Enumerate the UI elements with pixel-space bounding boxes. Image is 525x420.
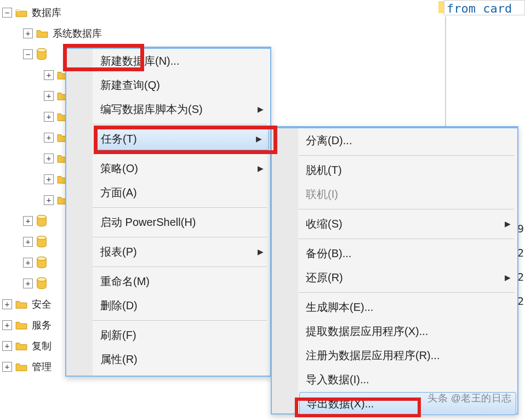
expand-icon[interactable]: + [44,133,54,143]
submenu-arrow-icon: ▶ [258,164,264,173]
tree-node-replication[interactable]: 复制 [32,339,54,353]
folder-icon [15,299,27,309]
submenu-take-offline[interactable]: 脱机(T) [298,158,517,182]
submenu-export-data[interactable]: 导出数据(X)... [299,392,516,415]
expand-icon[interactable]: + [23,29,33,38]
folder-icon [15,341,27,351]
editor-divider [445,16,446,126]
tree-node-databases[interactable]: 数据库 [32,6,61,19]
svg-point-3 [37,215,47,218]
database-icon [36,48,47,60]
expand-icon[interactable]: + [23,279,33,288]
submenu-bring-online: 联机(I) [298,182,517,206]
submenu-backup[interactable]: 备份(B)... [298,241,517,265]
menu-policies[interactable]: 策略(O)▶ [93,156,270,180]
submenu-arrow-icon: ▶ [505,273,511,282]
submenu-detach[interactable]: 分离(D)... [298,128,517,152]
menu-start-powershell[interactable]: 启动 PowerShell(H) [93,210,270,234]
menu-facets[interactable]: 方面(A) [93,180,270,205]
collapse-icon[interactable]: − [23,49,33,59]
collapse-icon[interactable]: − [2,8,12,18]
tree-node-security[interactable]: 安全 [32,298,54,311]
submenu-generate-scripts[interactable]: 生成脚本(E)... [298,295,517,319]
menu-new-database[interactable]: 新建数据库(N)... [93,49,270,73]
submenu-arrow-icon: ▶ [505,219,511,228]
folder-icon [36,29,48,38]
submenu-arrow-icon: ▶ [258,105,264,113]
menu-script-database-as[interactable]: 编写数据库脚本为(S)▶ [93,97,270,121]
code-gutter-mark [438,1,444,13]
menu-icon-strip [66,49,93,376]
expand-icon[interactable]: + [2,341,12,351]
tasks-submenu[interactable]: 分离(D)... 脱机(T) 联机(I) 收缩(S)▶ 备份(B)... 还原(… [271,126,518,415]
svg-point-1 [37,48,47,52]
menu-rename[interactable]: 重命名(M) [93,269,270,293]
expand-icon[interactable]: + [2,320,12,330]
tree-node-management[interactable]: 管理 [32,360,54,373]
expand-icon[interactable]: + [2,362,12,372]
expand-icon[interactable]: + [44,195,54,205]
database-context-menu[interactable]: 新建数据库(N)... 新建查询(Q) 编写数据库脚本为(S)▶ 任务(T)▶ … [65,47,271,377]
menu-refresh[interactable]: 刷新(F) [93,323,270,347]
folder-icon [15,362,27,372]
expand-icon[interactable]: + [2,299,12,309]
database-icon [36,277,47,290]
tree-node-server-objects[interactable]: 服务 [32,319,54,332]
submenu-arrow-icon: ▶ [256,134,262,143]
expand-icon[interactable]: + [44,91,54,101]
tree-node-system-databases[interactable]: 系统数据库 [53,27,102,40]
database-icon [36,236,47,248]
menu-delete[interactable]: 删除(D) [93,293,270,317]
expand-icon[interactable]: + [44,154,54,163]
menu-reports[interactable]: 报表(P)▶ [93,240,270,264]
menu-icon-strip [272,128,298,413]
expand-icon[interactable]: + [23,258,33,268]
folder-icon [15,8,27,18]
database-icon [36,257,47,269]
menu-new-query[interactable]: 新建查询(Q) [93,73,270,97]
submenu-shrink[interactable]: 收缩(S)▶ [298,212,517,236]
menu-properties[interactable]: 属性(R) [93,347,270,371]
code-text: from card [447,2,512,15]
svg-point-5 [37,236,47,239]
svg-point-9 [37,277,47,281]
expand-icon[interactable]: + [44,70,54,80]
expand-icon[interactable]: + [23,216,33,226]
submenu-arrow-icon: ▶ [258,247,264,256]
expand-icon[interactable]: + [23,237,33,247]
sql-editor-fragment[interactable]: from card [444,0,525,15]
expand-icon[interactable]: + [44,174,54,184]
submenu-restore[interactable]: 还原(R)▶ [298,265,517,290]
submenu-register-data-tier[interactable]: 注册为数据层应用程序(R)... [298,343,517,367]
database-icon [36,215,47,227]
submenu-extract-data-tier[interactable]: 提取数据层应用程序(X)... [298,319,517,343]
submenu-import-data[interactable]: 导入数据(I)... [298,367,517,391]
svg-point-7 [37,257,47,260]
menu-tasks[interactable]: 任务(T)▶ [94,127,269,150]
folder-icon [15,320,27,330]
expand-icon[interactable]: + [44,112,54,122]
